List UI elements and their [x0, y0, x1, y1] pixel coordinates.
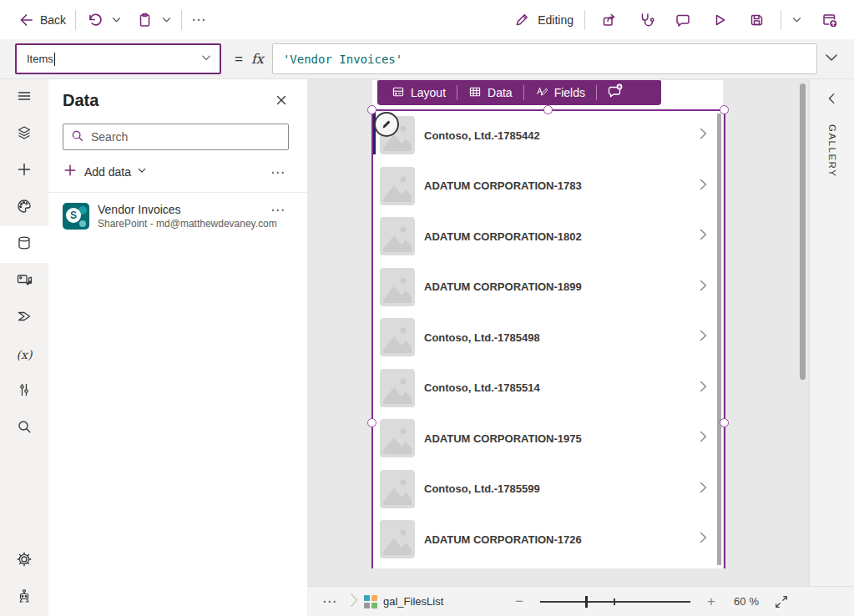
save-button[interactable]: [744, 8, 769, 33]
chevron-right-icon[interactable]: [698, 279, 709, 295]
undo-button[interactable]: [82, 8, 107, 33]
formula-input[interactable]: 'Vendor Invoices': [272, 43, 817, 74]
gallery-item[interactable]: ADATUM CORPORATION-1802: [372, 211, 723, 262]
chevron-right-icon[interactable]: [698, 531, 709, 548]
chevron-right-icon[interactable]: [698, 430, 709, 447]
zoom-slider-thumb[interactable]: [585, 596, 588, 608]
data-tab-label: Data: [488, 86, 513, 99]
zoom-slider-track: [540, 601, 690, 603]
resize-handle-top-center[interactable]: [543, 105, 553, 114]
zoom-out-button[interactable]: −: [510, 593, 528, 610]
comments-button[interactable]: [670, 8, 695, 33]
resize-handle-middle-right[interactable]: [720, 418, 729, 427]
plus-icon: [16, 161, 33, 181]
chevron-right-icon[interactable]: [698, 127, 709, 144]
chevron-right-icon[interactable]: [698, 228, 709, 245]
paste-button[interactable]: [132, 8, 157, 33]
back-arrow-icon: [18, 12, 34, 28]
gallery-item[interactable]: ADATUM CORPORATION-1899: [372, 262, 723, 313]
image-placeholder-icon: [380, 470, 415, 508]
design-button[interactable]: [0, 189, 48, 226]
layout-tab[interactable]: Layout: [381, 80, 457, 105]
gallery-item-title: Contoso, Ltd.-1785514: [424, 381, 540, 394]
image-placeholder-icon: [380, 369, 415, 407]
app-canvas[interactable]: Contoso, Ltd.-1785442 ADATUM CORPORATION…: [307, 79, 809, 586]
expand-panel-button[interactable]: [825, 91, 840, 109]
media-button[interactable]: [0, 263, 48, 300]
plus-icon: [63, 163, 78, 181]
settings-button[interactable]: [0, 543, 48, 579]
chevron-right-icon[interactable]: [698, 329, 709, 346]
image-placeholder-icon: [380, 217, 415, 255]
back-button[interactable]: [13, 8, 38, 33]
property-selector[interactable]: Items: [15, 43, 221, 74]
gallery-item[interactable]: Contoso, Ltd.-1785442: [372, 110, 723, 161]
chevron-right-icon[interactable]: [698, 481, 709, 497]
preview-play-button[interactable]: [707, 8, 732, 33]
power-automate-button[interactable]: [0, 300, 48, 336]
editing-mode-button[interactable]: [509, 8, 534, 33]
text-cursor: [54, 53, 55, 66]
app-screen[interactable]: Contoso, Ltd.-1785442 ADATUM CORPORATION…: [372, 80, 723, 568]
canvas-scrollbar[interactable]: [800, 83, 806, 380]
search-icon: [16, 418, 33, 438]
gallery-item[interactable]: ADATUM CORPORATION-1975: [372, 413, 723, 464]
insert-button[interactable]: [0, 153, 48, 189]
share-icon: [601, 12, 618, 28]
data-tab[interactable]: Data: [457, 80, 523, 105]
zoom-in-button[interactable]: +: [702, 593, 720, 610]
gallery-item[interactable]: Contoso, Ltd.-1785498: [372, 312, 723, 363]
palette-icon: [16, 198, 33, 218]
gallery-item-title: Contoso, Ltd.-1785498: [424, 331, 540, 344]
add-comment-button[interactable]: [597, 80, 634, 105]
advanced-tools-button[interactable]: [0, 373, 48, 410]
undo-dropdown-button[interactable]: [107, 8, 125, 33]
divider: [75, 10, 76, 30]
save-dropdown-button[interactable]: [787, 8, 806, 33]
more-commands-button[interactable]: ⋯: [188, 13, 210, 27]
resize-handle-top-left[interactable]: [367, 105, 376, 114]
status-bar: ⋯ gal_FilesList − + 60 %: [307, 586, 854, 616]
chevron-right-icon[interactable]: [698, 178, 709, 194]
selected-control-name[interactable]: gal_FilesList: [383, 595, 443, 608]
search-input[interactable]: [91, 130, 281, 144]
paste-dropdown-button[interactable]: [157, 8, 175, 33]
save-icon: [748, 12, 765, 28]
data-panel-more-button[interactable]: ⋯: [267, 165, 289, 179]
add-data-button[interactable]: Add data ⋯: [63, 155, 289, 189]
tree-view-button[interactable]: [0, 116, 48, 153]
search-button[interactable]: [0, 410, 48, 447]
breadcrumb-more-button[interactable]: ⋯: [319, 594, 341, 608]
gallery-item[interactable]: ADATUM CORPORATION-1726: [372, 514, 723, 565]
app-checker-button[interactable]: [634, 8, 659, 33]
chevron-right-icon[interactable]: [698, 380, 709, 396]
variables-button[interactable]: (x): [0, 336, 48, 373]
data-button[interactable]: [0, 226, 48, 263]
chevron-down-icon[interactable]: [200, 51, 213, 68]
fit-to-window-button[interactable]: [774, 594, 789, 609]
edit-template-button[interactable]: [374, 112, 399, 137]
formula-bar-expand-button[interactable]: [817, 49, 846, 69]
fields-tab[interactable]: Fields: [524, 80, 596, 105]
back-label[interactable]: Back: [40, 13, 66, 27]
gallery-item[interactable]: ADATUM CORPORATION-1783: [372, 161, 723, 212]
copilot-button[interactable]: [0, 579, 48, 616]
data-source-more-button[interactable]: ⋯: [267, 203, 289, 217]
gallery-scrollbar[interactable]: [717, 114, 721, 565]
resize-handle-top-right[interactable]: [720, 105, 729, 114]
publish-icon: [821, 11, 839, 29]
zoom-slider[interactable]: [540, 595, 690, 608]
image-placeholder-icon: [380, 419, 415, 457]
menu-button[interactable]: [0, 79, 48, 116]
data-search-box[interactable]: [63, 124, 289, 150]
publish-button[interactable]: [817, 8, 842, 33]
close-panel-button[interactable]: [274, 93, 291, 109]
chevron-down-icon: [791, 13, 803, 26]
share-button[interactable]: [597, 8, 622, 33]
resize-handle-middle-left[interactable]: [367, 418, 376, 427]
files-gallery[interactable]: Contoso, Ltd.-1785442 ADATUM CORPORATION…: [372, 110, 723, 565]
data-source-item[interactable]: S Vendor Invoices SharePoint - md@matthe…: [63, 203, 289, 230]
data-source-name: Vendor Invoices: [98, 203, 267, 216]
gallery-item[interactable]: Contoso, Ltd.-1785599: [372, 464, 723, 515]
gallery-item[interactable]: Contoso, Ltd.-1785514: [372, 363, 723, 414]
